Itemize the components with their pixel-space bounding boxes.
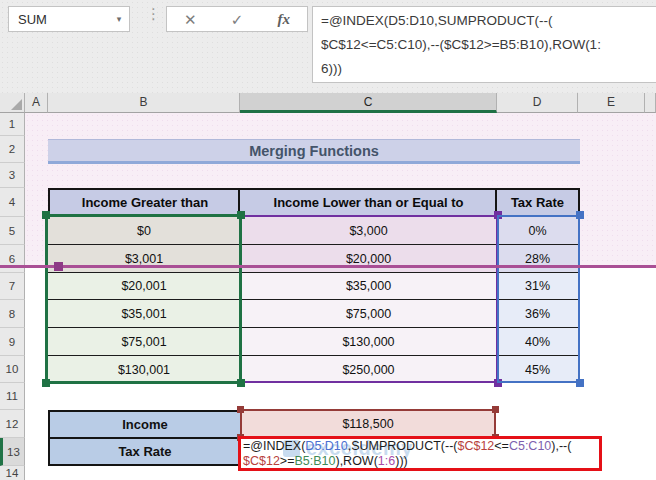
column-header-a[interactable]: A xyxy=(25,93,48,113)
row-header-3[interactable]: 3 xyxy=(0,163,25,188)
range-handle-icon[interactable] xyxy=(237,379,245,387)
range-border-c5-c10 xyxy=(240,215,498,383)
column-header-b[interactable]: B xyxy=(48,93,240,113)
insert-function-icon[interactable]: fx xyxy=(277,11,290,28)
select-all-triangle-icon xyxy=(11,99,22,110)
range-handle-icon[interactable] xyxy=(576,379,584,387)
formula-line: 6))) xyxy=(321,57,655,81)
enter-icon[interactable]: ✓ xyxy=(231,12,244,27)
income-value-cell[interactable]: $118,500 xyxy=(240,409,496,438)
edit-formula-line: $C$12>=B5:B10),ROW(1:6))) xyxy=(243,454,597,469)
range-border-d5-d10 xyxy=(497,215,580,383)
header-cell-tax-rate[interactable]: Tax Rate xyxy=(495,188,580,217)
formula-bar-buttons: ✕ ✓ fx xyxy=(166,6,308,32)
label-cell-income[interactable]: Income xyxy=(48,410,242,439)
formula-line: =@INDEX(D5:D10,SUMPRODUCT(--( xyxy=(321,9,655,33)
income-value: $118,500 xyxy=(342,417,393,431)
excel-window: SUM ▾ ⋮ ✕ ✓ fx =@INDEX(D5:D10,SUMPRODUCT… xyxy=(0,0,656,480)
name-box-dropdown-icon[interactable]: ▾ xyxy=(109,14,129,24)
header-cell-income-lower[interactable]: Income Lower than or Equal to xyxy=(238,188,499,217)
row-header-8[interactable]: 8 xyxy=(0,300,25,328)
formula-bar-separator-dots-icon: ⋮ xyxy=(146,9,161,18)
name-box-value: SUM xyxy=(9,12,109,27)
row-header-11[interactable]: 11 xyxy=(0,383,25,410)
row-header-10[interactable]: 10 xyxy=(0,356,25,383)
range-border-b5-b10 xyxy=(45,214,242,384)
range-handle-icon[interactable] xyxy=(42,379,50,387)
label-cell-tax-rate[interactable]: Tax Rate xyxy=(48,437,242,466)
cancel-icon[interactable]: ✕ xyxy=(184,12,197,27)
row-header-4[interactable]: 4 xyxy=(0,188,25,217)
range-handle-icon[interactable] xyxy=(576,211,584,219)
row-header-5[interactable]: 5 xyxy=(0,217,25,245)
column-header-d[interactable]: D xyxy=(497,93,578,113)
row-header-13[interactable]: 13 xyxy=(0,438,25,466)
formula-bar-area: SUM ▾ ⋮ ✕ ✓ fx =@INDEX(D5:D10,SUMPRODUCT… xyxy=(0,0,656,93)
formula-edit-cell[interactable]: exceldemy =@INDEX(D5:D10,SUMPRODUCT(--($… xyxy=(238,436,602,471)
cell-handle-icon[interactable] xyxy=(492,406,499,413)
row-header-7[interactable]: 7 xyxy=(0,273,25,300)
row-header-9[interactable]: 9 xyxy=(0,328,25,356)
name-box[interactable]: SUM ▾ xyxy=(8,6,130,32)
formula-input[interactable]: =@INDEX(D5:D10,SUMPRODUCT(--( $C$12<=C5:… xyxy=(312,6,656,83)
range-handle-icon[interactable] xyxy=(42,211,50,219)
formula-line: $C$12<=C5:C10),--($C$12>=B5:B10),ROW(1: xyxy=(321,33,655,57)
row-header-1[interactable]: 1 xyxy=(0,113,25,136)
column-header-c[interactable]: C xyxy=(240,93,497,113)
edit-formula-line: =@INDEX(D5:D10,SUMPRODUCT(--($C$12<=C5:C… xyxy=(243,439,597,454)
row-header-12[interactable]: 12 xyxy=(0,410,25,438)
row-header-6[interactable]: 6 xyxy=(0,245,25,273)
cell-handle-icon[interactable] xyxy=(237,406,244,413)
column-header-partial[interactable] xyxy=(645,93,656,113)
row-header-2[interactable]: 2 xyxy=(0,136,25,163)
range-handle-icon[interactable] xyxy=(237,211,245,219)
row-header-14[interactable]: 14 xyxy=(0,466,25,480)
header-cell-income-greater[interactable]: Income Greater than xyxy=(48,188,242,217)
divider-line-shape[interactable] xyxy=(0,265,656,268)
title-banner-cell[interactable]: Merging Functions xyxy=(48,139,580,164)
divider-handle-icon[interactable] xyxy=(54,262,63,271)
column-header-e[interactable]: E xyxy=(578,93,645,113)
select-all-button[interactable] xyxy=(0,93,25,113)
